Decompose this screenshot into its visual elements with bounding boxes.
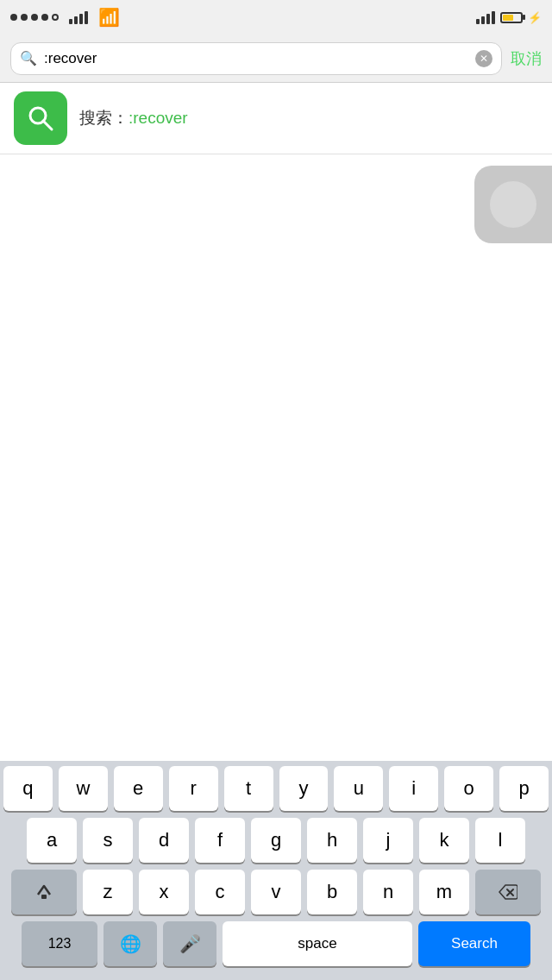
keyboard-row-1: q w e r t y u i o p bbox=[0, 761, 552, 813]
key-v[interactable]: v bbox=[251, 870, 301, 914]
clear-button[interactable]: ✕ bbox=[475, 50, 492, 67]
key-j[interactable]: j bbox=[363, 818, 413, 863]
search-bar: 🔍 ✕ 取消 bbox=[0, 35, 552, 83]
suggestion-prefix: 搜索： bbox=[79, 109, 129, 127]
key-p[interactable]: p bbox=[499, 766, 549, 811]
rbar3 bbox=[486, 14, 490, 24]
key-w[interactable]: w bbox=[59, 766, 108, 811]
delete-key[interactable] bbox=[475, 870, 541, 914]
globe-key[interactable]: 🌐 bbox=[104, 921, 157, 966]
rbar2 bbox=[481, 16, 485, 24]
suggestion-keyword: :recover bbox=[129, 109, 188, 127]
key-n[interactable]: n bbox=[363, 870, 413, 914]
camera-icon bbox=[490, 181, 536, 228]
signal-dots bbox=[10, 14, 59, 21]
status-bar: 📶 ⚡ bbox=[0, 0, 552, 35]
keyboard-row-2: a s d f g h j k l bbox=[0, 813, 552, 864]
dot5 bbox=[52, 14, 59, 21]
key-l[interactable]: l bbox=[475, 818, 525, 863]
bar2 bbox=[74, 16, 78, 24]
key-h[interactable]: h bbox=[307, 818, 357, 863]
key-m[interactable]: m bbox=[419, 870, 469, 914]
key-t[interactable]: t bbox=[224, 766, 273, 811]
bar1 bbox=[69, 19, 72, 24]
key-s[interactable]: s bbox=[83, 818, 133, 863]
key-q[interactable]: q bbox=[3, 766, 53, 811]
svg-line-1 bbox=[43, 121, 52, 129]
key-u[interactable]: u bbox=[334, 766, 383, 811]
space-key[interactable]: space bbox=[223, 921, 412, 966]
key-d[interactable]: d bbox=[139, 818, 189, 863]
content-area: 搜索：:recover bbox=[0, 83, 552, 300]
search-input[interactable] bbox=[44, 50, 468, 67]
key-c[interactable]: c bbox=[195, 870, 245, 914]
rbar4 bbox=[492, 11, 495, 24]
suggestion-row[interactable]: 搜索：:recover bbox=[0, 83, 552, 154]
key-g[interactable]: g bbox=[251, 818, 301, 863]
key-a[interactable]: a bbox=[27, 818, 77, 863]
dot1 bbox=[10, 14, 17, 21]
search-icon: 🔍 bbox=[20, 50, 37, 66]
bar4 bbox=[85, 11, 88, 24]
carrier-bars bbox=[69, 11, 88, 24]
signal-bars-right bbox=[476, 11, 495, 24]
dot4 bbox=[41, 14, 48, 21]
search-input-wrapper[interactable]: 🔍 ✕ bbox=[10, 42, 502, 75]
status-left: 📶 bbox=[10, 7, 120, 28]
shift-key[interactable] bbox=[11, 870, 77, 914]
keyboard-bottom-row: 123 🌐 🎤 space Search bbox=[0, 916, 552, 980]
battery-fill bbox=[503, 15, 513, 21]
battery-indicator bbox=[500, 12, 523, 23]
key-f[interactable]: f bbox=[195, 818, 245, 863]
suggestion-text: 搜索：:recover bbox=[79, 107, 188, 129]
wifi-icon: 📶 bbox=[98, 7, 120, 28]
key-o[interactable]: o bbox=[444, 766, 493, 811]
key-z[interactable]: z bbox=[83, 870, 133, 914]
status-right: ⚡ bbox=[476, 11, 542, 24]
key-k[interactable]: k bbox=[419, 818, 469, 863]
key-e[interactable]: e bbox=[114, 766, 163, 811]
rbar1 bbox=[476, 19, 480, 24]
search-icon-box bbox=[14, 91, 67, 145]
key-x[interactable]: x bbox=[139, 870, 189, 914]
key-r[interactable]: r bbox=[169, 766, 218, 811]
key-b[interactable]: b bbox=[307, 870, 357, 914]
search-key[interactable]: Search bbox=[418, 921, 530, 966]
num-key[interactable]: 123 bbox=[22, 921, 97, 966]
keyboard-row-3: z x c v b n m bbox=[0, 864, 552, 916]
svg-rect-2 bbox=[41, 895, 47, 899]
key-y[interactable]: y bbox=[279, 766, 329, 811]
dot2 bbox=[21, 14, 28, 21]
search-box-icon bbox=[26, 104, 55, 133]
keyboard: q w e r t y u i o p a s d f g h j k l z … bbox=[0, 761, 552, 980]
charging-icon: ⚡ bbox=[528, 11, 542, 24]
mic-key[interactable]: 🎤 bbox=[163, 921, 216, 966]
cancel-button[interactable]: 取消 bbox=[511, 48, 542, 69]
key-i[interactable]: i bbox=[389, 766, 438, 811]
bar3 bbox=[79, 14, 83, 24]
camera-button[interactable] bbox=[474, 166, 552, 243]
dot3 bbox=[31, 14, 38, 21]
